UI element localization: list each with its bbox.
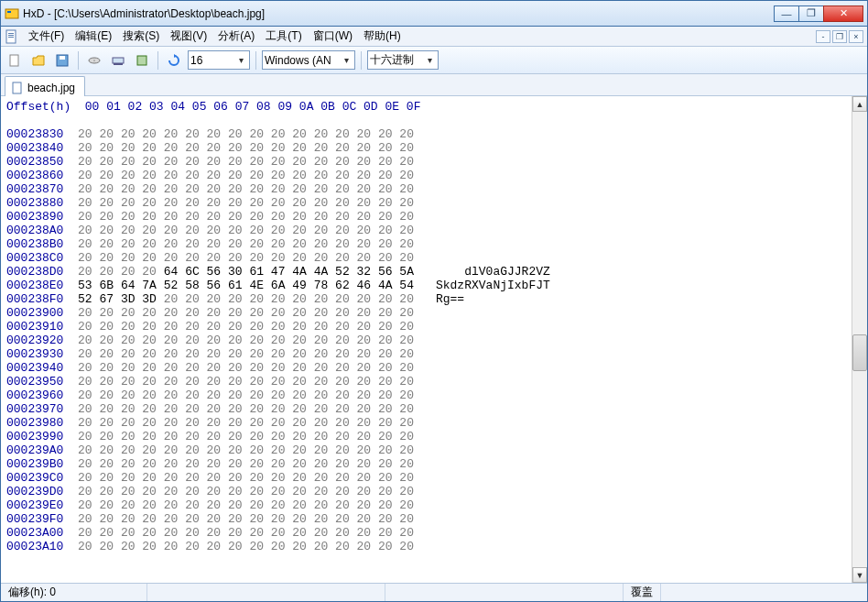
svg-point-10 — [93, 60, 95, 60]
svg-rect-5 — [8, 37, 14, 38]
close-button[interactable]: ✕ — [823, 5, 863, 22]
chevron-down-icon[interactable]: ▾ — [234, 55, 247, 65]
charset-input[interactable] — [265, 54, 340, 67]
menu-analysis[interactable]: 分析(A) — [212, 27, 260, 46]
reload-button[interactable] — [164, 50, 184, 71]
vertical-scrollbar[interactable]: ▲ ▼ — [852, 96, 867, 583]
menu-tools[interactable]: 工具(T) — [260, 27, 307, 46]
chevron-down-icon[interactable]: ▾ — [423, 55, 436, 65]
svg-rect-11 — [113, 58, 124, 63]
menu-help[interactable]: 帮助(H) — [358, 27, 407, 46]
tabstrip: beach.jpg — [1, 74, 867, 96]
svg-rect-3 — [8, 33, 14, 34]
maximize-button[interactable]: ❐ — [798, 5, 824, 22]
disk-button[interactable] — [84, 50, 104, 71]
window-title: HxD - [C:\Users\Administrator\Desktop\be… — [23, 7, 775, 20]
app-icon — [5, 6, 19, 21]
bytes-per-row-input[interactable] — [190, 54, 234, 67]
radix-input[interactable] — [370, 54, 423, 67]
menu-file[interactable]: 文件(F) — [23, 27, 70, 46]
ram-button[interactable] — [108, 50, 128, 71]
svg-rect-13 — [137, 56, 146, 65]
menu-edit[interactable]: 编辑(E) — [70, 27, 117, 46]
scroll-down-button[interactable]: ▼ — [852, 567, 867, 583]
open-button[interactable] — [28, 50, 49, 71]
hex-view[interactable]: Offset(h) 00 01 02 03 04 05 06 07 08 09 … — [1, 96, 852, 583]
bytes-per-row-combo[interactable]: ▾ — [188, 50, 250, 70]
svg-rect-1 — [7, 11, 11, 13]
menu-view[interactable]: 视图(V) — [165, 27, 212, 46]
svg-rect-8 — [60, 56, 65, 60]
new-button[interactable] — [5, 50, 25, 71]
radix-combo[interactable]: ▾ — [367, 50, 439, 70]
tab-file[interactable]: beach.jpg — [5, 76, 85, 96]
status-offset: 偏移(h): 0 — [1, 584, 147, 601]
file-icon — [11, 82, 24, 94]
svg-rect-0 — [5, 9, 18, 18]
content-area: Offset(h) 00 01 02 03 04 05 06 07 08 09 … — [1, 96, 867, 583]
chevron-down-icon[interactable]: ▾ — [340, 55, 353, 65]
svg-rect-6 — [10, 55, 18, 66]
separator — [255, 51, 256, 70]
tab-label: beach.jpg — [27, 82, 75, 94]
status-empty2 — [385, 584, 624, 601]
charset-combo[interactable]: ▾ — [262, 50, 355, 70]
titlebar[interactable]: HxD - [C:\Users\Administrator\Desktop\be… — [1, 1, 867, 27]
svg-rect-12 — [114, 63, 123, 65]
menu-window[interactable]: 窗口(W) — [308, 27, 358, 46]
process-button[interactable] — [132, 50, 152, 71]
statusbar: 偏移(h): 0 覆盖 — [1, 583, 867, 601]
svg-rect-4 — [8, 35, 14, 36]
scroll-thumb[interactable] — [852, 334, 867, 371]
svg-rect-14 — [13, 82, 21, 93]
minimize-button[interactable]: — — [774, 5, 799, 22]
menubar: 文件(F) 编辑(E) 搜索(S) 视图(V) 分析(A) 工具(T) 窗口(W… — [1, 27, 867, 47]
mdi-minimize-button[interactable]: - — [816, 30, 830, 43]
doc-icon — [5, 29, 19, 44]
mdi-restore-button[interactable]: ❐ — [832, 30, 847, 43]
mdi-close-button[interactable]: × — [849, 30, 863, 43]
window-controls: — ❐ ✕ — [775, 5, 863, 22]
scroll-up-button[interactable]: ▲ — [852, 96, 867, 112]
status-overwrite: 覆盖 — [624, 584, 661, 601]
mdi-controls: - ❐ × — [814, 30, 863, 43]
toolbar: ▾ ▾ ▾ — [1, 47, 867, 74]
separator — [157, 51, 158, 70]
separator — [361, 51, 362, 70]
separator — [78, 51, 79, 70]
status-empty1 — [147, 584, 385, 601]
save-button[interactable] — [52, 50, 72, 71]
menu-search[interactable]: 搜索(S) — [117, 27, 165, 46]
main-window: HxD - [C:\Users\Administrator\Desktop\be… — [0, 0, 868, 602]
